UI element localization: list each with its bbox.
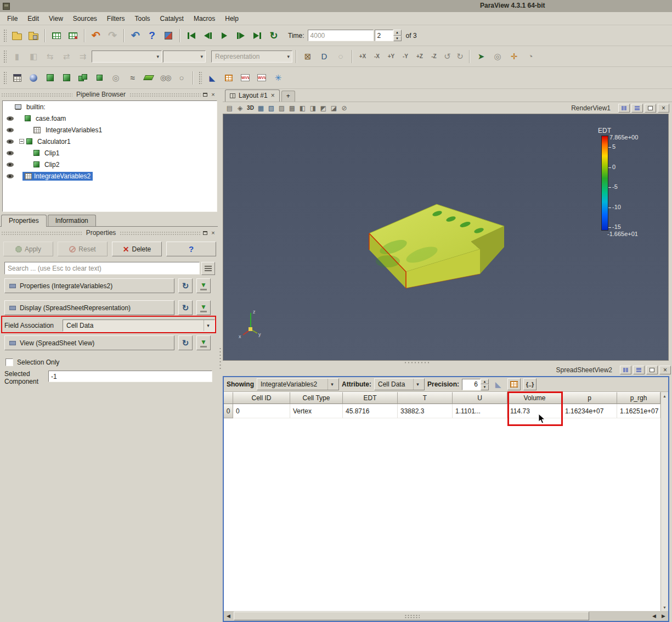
reset-view-defaults-button[interactable]: ↻ xyxy=(178,335,193,350)
save-display-defaults-button[interactable]: ▼ xyxy=(196,300,211,315)
precision-value[interactable]: 6 xyxy=(462,379,481,390)
clip-filter-button[interactable] xyxy=(42,70,58,86)
rubber-band-select-button[interactable]: ◣ xyxy=(205,70,220,86)
redo-button[interactable]: ↷ xyxy=(105,28,120,43)
select-cells-on-button[interactable]: ▦ xyxy=(256,103,266,113)
toggle-cell-connectivity-button[interactable]: {..} xyxy=(523,378,537,390)
menu-help[interactable]: Help xyxy=(220,13,244,24)
tab-layout1[interactable]: Layout #1 × xyxy=(225,89,280,102)
select-block-button[interactable]: ◧ xyxy=(297,103,308,113)
undo-button[interactable]: ↶ xyxy=(88,28,104,43)
rescale-custom-button[interactable]: ⇄ xyxy=(59,49,74,64)
plot-over-line-button[interactable]: WVW xyxy=(254,70,269,86)
last-frame-button[interactable] xyxy=(250,28,265,43)
extract-block-button[interactable]: ○ xyxy=(174,70,189,86)
contour-filter-button[interactable] xyxy=(26,70,41,86)
close-view-button[interactable]: × xyxy=(659,366,671,374)
save-properties-defaults-button[interactable]: ▼ xyxy=(196,278,211,293)
connect-server-button[interactable] xyxy=(49,28,64,43)
scrollbar-thumb[interactable] xyxy=(234,612,589,620)
set-view-minus-z-button[interactable]: -Z xyxy=(427,50,441,63)
hover-cells-button[interactable]: ◪ xyxy=(329,103,339,113)
close-tab-icon[interactable]: × xyxy=(271,92,275,99)
warp-by-vector-button[interactable] xyxy=(141,70,156,86)
interactive-select-points-button[interactable]: ◩ xyxy=(318,103,329,113)
menu-sources[interactable]: Sources xyxy=(68,13,102,24)
time-input[interactable]: 4000 xyxy=(308,30,374,41)
save-view-defaults-button[interactable]: ▼ xyxy=(196,335,211,350)
add-layout-tab[interactable]: + xyxy=(281,91,295,102)
precision-spinbox[interactable]: 6 ▲ ▼ xyxy=(462,379,489,390)
frame-up-button[interactable]: ▲ xyxy=(393,30,402,36)
clear-selection-button[interactable]: ⊘ xyxy=(339,103,349,113)
rotate-cw-button[interactable]: ↻ xyxy=(454,51,466,62)
visibility-toggle[interactable] xyxy=(5,151,15,155)
visibility-toggle[interactable] xyxy=(5,162,15,167)
delete-button[interactable]: ✕Delete xyxy=(112,242,162,256)
calculator-filter-button[interactable] xyxy=(9,70,25,86)
selected-pipeline-item[interactable]: IntegrateVariables2 xyxy=(22,172,93,181)
toggle-column-visibility-button[interactable] xyxy=(507,378,521,390)
menu-filters[interactable]: Filters xyxy=(102,13,130,24)
pipeline-item-case-foam[interactable]: case.foam xyxy=(3,113,217,124)
help-button[interactable]: ? xyxy=(144,28,160,43)
float-dock-button[interactable] xyxy=(201,229,208,237)
render-viewport[interactable]: z x y EDT 7.865e+00 5 0 -5 -10 -15 -1.66… xyxy=(223,114,669,361)
camera-undo-button[interactable]: ↶ xyxy=(128,28,143,43)
maximize-view-button[interactable] xyxy=(645,104,656,113)
section-display-header[interactable]: Display (SpreadSheetRepresentation) xyxy=(4,300,174,315)
section-view-header[interactable]: View (SpreadSheet View) xyxy=(4,335,174,350)
component-combobox[interactable]: ▾ xyxy=(163,51,206,63)
histogram-button[interactable]: WVW xyxy=(238,70,253,86)
split-vertical-button[interactable] xyxy=(631,104,643,113)
show-orientation-axes-button[interactable]: ✛ xyxy=(506,49,522,64)
open-file-button[interactable] xyxy=(9,28,25,43)
spreadsheet-view-button[interactable] xyxy=(221,70,236,86)
threshold-filter-button[interactable] xyxy=(75,70,91,86)
rescale-to-data-button[interactable]: ⇆ xyxy=(42,49,58,64)
search-options-button[interactable] xyxy=(201,262,215,275)
scroll-up-button[interactable]: ▲ xyxy=(661,392,669,400)
reset-properties-defaults-button[interactable]: ↻ xyxy=(178,278,193,293)
pick-center-button[interactable]: ◌ xyxy=(333,49,348,64)
glyph-filter-button[interactable]: ◎ xyxy=(108,70,123,86)
visibility-toggle[interactable] xyxy=(5,174,15,178)
representation-combobox[interactable]: Representation▾ xyxy=(211,51,292,63)
menu-edit[interactable]: Edit xyxy=(22,13,44,24)
set-view-plus-x-button[interactable]: +X xyxy=(356,50,369,63)
toolbar-handle[interactable] xyxy=(3,50,7,63)
select-points-on-button[interactable]: ▧ xyxy=(266,103,276,113)
vertical-scrollbar[interactable]: ▲ ▼ xyxy=(660,392,668,611)
visibility-toggle[interactable] xyxy=(5,128,15,132)
frame-spinbox[interactable]: 2 ▲ ▼ xyxy=(375,30,402,41)
scroll-left-button[interactable]: ◀ xyxy=(224,612,233,621)
column-header-cell-type[interactable]: Cell Type xyxy=(290,392,343,404)
previous-frame-button[interactable] xyxy=(200,28,216,43)
maximize-view-button[interactable] xyxy=(646,366,658,374)
precision-up-button[interactable]: ▲ xyxy=(481,379,489,385)
horizontal-scrollbar[interactable]: ◀ ◀ ▶ xyxy=(224,611,668,621)
select-points-through-button[interactable]: ▩ xyxy=(287,103,297,113)
toggle-interaction-mode-button[interactable]: 3D xyxy=(245,103,256,113)
menu-macros[interactable]: Macros xyxy=(189,13,220,24)
edit-color-map-button[interactable]: ◧ xyxy=(26,49,41,64)
play-button[interactable] xyxy=(217,28,232,43)
column-header-t[interactable]: T xyxy=(398,392,453,404)
field-association-combobox[interactable]: Cell Data ▾ xyxy=(63,320,215,332)
show-center-button[interactable]: ⊠ xyxy=(300,49,315,64)
scroll-right-button[interactable]: ▶ xyxy=(659,612,668,621)
set-view-plus-z-button[interactable]: +Z xyxy=(413,50,426,63)
reset-display-defaults-button[interactable]: ↻ xyxy=(178,300,193,315)
slice-filter-button[interactable] xyxy=(59,70,74,86)
extract-subset-button[interactable] xyxy=(92,70,107,86)
column-header-p-rgh[interactable]: p_rgh xyxy=(617,392,660,404)
next-frame-button[interactable] xyxy=(233,28,249,43)
adjust-camera-button[interactable]: ◈ xyxy=(235,103,245,113)
toggle-color-legend-button[interactable]: ▮ xyxy=(9,49,25,64)
show-selected-only-button[interactable]: ◣ xyxy=(492,378,505,390)
column-header-p[interactable]: p xyxy=(562,392,617,404)
showing-combobox[interactable]: IntegrateVariables2 ▾ xyxy=(257,378,339,390)
stream-tracer-button[interactable]: ≈ xyxy=(125,70,140,86)
menu-tools[interactable]: Tools xyxy=(130,13,155,24)
temporal-interpolator-button[interactable]: ✳ xyxy=(270,70,286,86)
